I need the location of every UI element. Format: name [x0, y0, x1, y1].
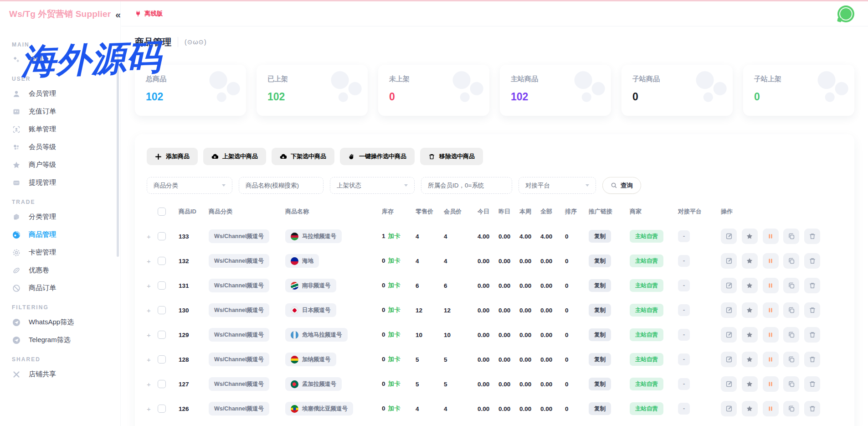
status-select[interactable]: 上架状态: [330, 177, 415, 194]
edit-button[interactable]: [721, 401, 737, 416]
action-button-label: 下架选中商品: [291, 152, 326, 161]
duplicate-button[interactable]: [783, 352, 799, 367]
duplicate-button[interactable]: [783, 376, 799, 392]
duplicate-button[interactable]: [783, 401, 799, 416]
pause-button[interactable]: [763, 352, 779, 367]
pause-button[interactable]: [763, 229, 779, 244]
edit-button[interactable]: [721, 278, 737, 293]
user-avatar[interactable]: [837, 5, 854, 22]
action-button[interactable]: 上架选中商品: [203, 148, 266, 165]
copy-promo-link-button[interactable]: 复制: [589, 255, 611, 267]
expand-row-icon[interactable]: +: [147, 257, 151, 265]
pause-button[interactable]: [763, 278, 779, 293]
sidebar-item[interactable]: 卡密管理: [12, 244, 116, 261]
row-checkbox[interactable]: [158, 232, 166, 240]
sidebar-item[interactable]: 控制台: [12, 51, 116, 68]
copy-promo-link-button[interactable]: 复制: [589, 402, 611, 415]
action-button[interactable]: 移除选中商品: [420, 148, 483, 165]
feature-button[interactable]: [742, 352, 758, 367]
expand-row-icon[interactable]: +: [147, 380, 151, 388]
edit-button[interactable]: [721, 352, 737, 367]
delete-button[interactable]: [804, 253, 820, 269]
member-id-input[interactable]: [428, 182, 505, 189]
duplicate-button[interactable]: [783, 327, 799, 343]
edit-button[interactable]: [721, 376, 737, 392]
row-checkbox[interactable]: [158, 405, 166, 413]
sidebar-item[interactable]: 商品订单: [12, 279, 116, 297]
sidebar-scrollbar[interactable]: [117, 45, 119, 257]
action-button[interactable]: 一键操作选中商品: [340, 148, 415, 165]
row-checkbox[interactable]: [158, 355, 166, 364]
category-badge: Ws/Channel频道号: [209, 353, 269, 366]
category-select[interactable]: 商品分类: [147, 177, 232, 194]
chevron-down-icon: [222, 184, 226, 187]
feature-button[interactable]: [742, 376, 758, 392]
feature-button[interactable]: [742, 327, 758, 343]
sidebar-item[interactable]: 充值订单: [12, 103, 116, 120]
expand-row-icon[interactable]: +: [147, 331, 151, 339]
row-checkbox[interactable]: [158, 331, 166, 339]
feature-button[interactable]: [742, 253, 758, 269]
delete-button[interactable]: [804, 327, 820, 343]
pause-button[interactable]: [763, 401, 779, 416]
row-checkbox[interactable]: [158, 257, 166, 265]
sidebar-item[interactable]: 会员管理: [12, 85, 116, 103]
sidebar-item[interactable]: 商户等级: [12, 156, 116, 174]
pause-button[interactable]: [763, 327, 779, 343]
row-checkbox[interactable]: [158, 306, 166, 314]
expand-row-icon[interactable]: +: [147, 356, 151, 364]
delete-button[interactable]: [804, 302, 820, 318]
expand-row-icon[interactable]: +: [147, 405, 151, 413]
action-button[interactable]: 添加商品: [147, 148, 198, 165]
sidebar-collapse-icon[interactable]: «: [115, 10, 121, 19]
delete-button[interactable]: [804, 376, 820, 392]
sidebar-item[interactable]: 优惠卷: [12, 261, 116, 279]
sidebar-item[interactable]: 提现管理: [12, 174, 116, 192]
sidebar-item[interactable]: 账单管理: [12, 120, 116, 138]
pause-button[interactable]: [763, 302, 779, 318]
copy-promo-link-button[interactable]: 复制: [589, 353, 611, 366]
duplicate-button[interactable]: [783, 278, 799, 293]
sidebar-item[interactable]: Telegram筛选: [12, 331, 116, 349]
duplicate-button[interactable]: [783, 302, 799, 318]
edit-button[interactable]: [721, 302, 737, 318]
feature-button[interactable]: [742, 401, 758, 416]
edit-button[interactable]: [721, 229, 737, 244]
copy-promo-link-button[interactable]: 复制: [589, 328, 611, 341]
pause-button[interactable]: [763, 376, 779, 392]
product-name-input[interactable]: [246, 182, 317, 189]
sidebar-item[interactable]: 商品管理: [12, 226, 116, 244]
delete-button[interactable]: [804, 229, 820, 244]
delete-button[interactable]: [804, 401, 820, 416]
copy-promo-link-button[interactable]: 复制: [589, 230, 611, 243]
copy-promo-link-button[interactable]: 复制: [589, 304, 611, 317]
sidebar-item[interactable]: 会员等级: [12, 138, 116, 156]
row-checkbox[interactable]: [158, 281, 166, 290]
sidebar-item[interactable]: WhatsApp筛选: [12, 313, 116, 331]
search-button[interactable]: 查询: [602, 177, 641, 194]
offline-badge[interactable]: 离线版: [135, 10, 163, 18]
platform-select[interactable]: 对接平台: [519, 177, 596, 194]
feature-button[interactable]: [742, 278, 758, 293]
copy-promo-link-button[interactable]: 复制: [589, 378, 611, 390]
delete-button[interactable]: [804, 278, 820, 293]
feature-button[interactable]: [742, 302, 758, 318]
yesterday-sales: 0.00: [498, 298, 519, 322]
feature-button[interactable]: [742, 229, 758, 244]
delete-button[interactable]: [804, 352, 820, 367]
edit-button[interactable]: [721, 327, 737, 343]
sidebar-item[interactable]: 店铺共享: [12, 365, 116, 383]
duplicate-button[interactable]: [783, 229, 799, 244]
pause-button[interactable]: [763, 253, 779, 269]
copy-promo-link-button[interactable]: 复制: [589, 279, 611, 292]
row-checkbox[interactable]: [158, 380, 166, 388]
sidebar-item[interactable]: 分类管理: [12, 208, 116, 226]
select-all-checkbox[interactable]: [158, 208, 166, 216]
action-button[interactable]: 下架选中商品: [272, 148, 334, 165]
category-badge: Ws/Channel频道号: [209, 303, 269, 317]
edit-button[interactable]: [721, 253, 737, 269]
expand-row-icon[interactable]: +: [147, 307, 151, 314]
duplicate-button[interactable]: [783, 253, 799, 269]
expand-row-icon[interactable]: +: [147, 233, 151, 240]
expand-row-icon[interactable]: +: [147, 282, 151, 290]
